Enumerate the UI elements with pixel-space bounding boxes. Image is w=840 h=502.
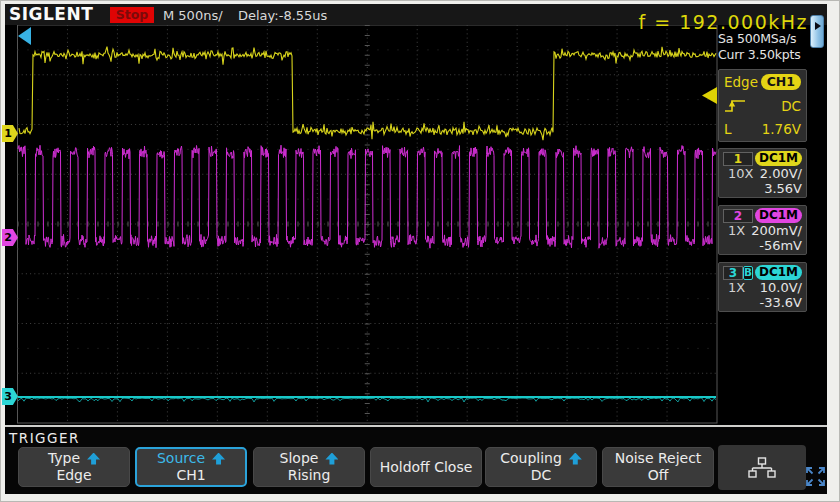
channel-3-probe: 1X bbox=[723, 280, 745, 295]
lan-network-icon bbox=[748, 457, 776, 479]
channel-2-info-box[interactable]: 2 DC1M 1X 200mV/ -56mV bbox=[718, 205, 807, 255]
softkey-coupling-label: Coupling bbox=[500, 450, 562, 467]
softkey-holdoff-label: Holdoff Close bbox=[380, 459, 473, 476]
channel-1-number: 1 bbox=[723, 152, 753, 166]
network-status-button[interactable] bbox=[718, 445, 806, 490]
acquisition-state-badge: Stop bbox=[110, 7, 154, 23]
channel-3-number: 3 bbox=[723, 266, 743, 280]
timebase-readout: M 500ns/ bbox=[163, 8, 223, 23]
channel-2-scale: 200mV/ bbox=[751, 223, 802, 238]
up-arrow-icon bbox=[569, 453, 582, 465]
trigger-level-prefix: L bbox=[724, 121, 732, 137]
trigger-source-badge: CH1 bbox=[761, 74, 801, 90]
channel-3-bus-badge: B bbox=[743, 266, 753, 280]
channel-1-probe: 10X bbox=[723, 166, 753, 181]
memory-depth-readout: Curr 3.50kpts bbox=[718, 47, 801, 62]
trigger-coupling-label: DC bbox=[781, 98, 801, 114]
softkey-type-button[interactable]: Type Edge bbox=[18, 447, 130, 487]
softkey-slope-value: Rising bbox=[288, 467, 331, 484]
up-arrow-icon bbox=[325, 453, 338, 465]
sample-rate-readout: Sa 500MSa/s bbox=[718, 31, 796, 46]
oscilloscope-frame: SIGLENT Stop M 500ns/ Delay:-8.55us f = … bbox=[0, 0, 840, 502]
softkey-type-value: Edge bbox=[56, 467, 91, 484]
channel-2-probe: 1X bbox=[723, 223, 745, 238]
softkey-slope-label: Slope bbox=[280, 450, 319, 467]
up-arrow-icon bbox=[212, 453, 225, 465]
brand-logo: SIGLENT bbox=[9, 4, 93, 24]
softkey-source-label: Source bbox=[157, 450, 205, 467]
rising-edge-icon bbox=[724, 98, 746, 113]
channel-1-offset: 3.56V bbox=[764, 181, 802, 196]
oscilloscope-screen bbox=[5, 4, 827, 494]
channel-3-info-box[interactable]: 3 B DC1M 1X 10.0V/ -33.6V bbox=[718, 262, 807, 312]
channel-2-coupling-badge: DC1M bbox=[755, 208, 802, 223]
trigger-type-label: Edge bbox=[724, 74, 758, 90]
frequency-counter: f = 192.000kHz bbox=[638, 11, 808, 33]
trigger-level-value: 1.76V bbox=[762, 121, 801, 137]
softkey-holdoff-button[interactable]: Holdoff Close bbox=[370, 447, 482, 487]
softkey-type-label: Type bbox=[48, 450, 80, 467]
softkey-noise-reject-label: Noise Reject bbox=[615, 450, 702, 467]
softkey-slope-button[interactable]: Slope Rising bbox=[253, 447, 365, 487]
menu-separator bbox=[5, 425, 827, 427]
channel-3-scale: 10.0V/ bbox=[760, 280, 802, 295]
scrollbar-arrow-icon bbox=[815, 22, 821, 30]
channel-1-info-box[interactable]: 1 DC1M 10X 2.00V/ 3.56V bbox=[718, 148, 807, 198]
channel-1-coupling-badge: DC1M bbox=[755, 151, 802, 166]
softkey-source-value: CH1 bbox=[176, 467, 205, 484]
softkey-noise-reject-value: Off bbox=[648, 467, 669, 484]
menu-title: TRIGGER bbox=[9, 430, 80, 446]
channel-3-offset: -33.6V bbox=[759, 295, 802, 310]
channel-2-offset: -56mV bbox=[759, 238, 802, 253]
trigger-info-box[interactable]: Edge CH1 DC L 1.76V bbox=[718, 69, 807, 142]
up-arrow-icon bbox=[87, 453, 100, 465]
channel-1-scale: 2.00V/ bbox=[760, 166, 802, 181]
softkey-coupling-button[interactable]: Coupling DC bbox=[485, 447, 597, 487]
channel-2-number: 2 bbox=[723, 209, 753, 223]
expand-fullscreen-icon[interactable] bbox=[805, 466, 826, 487]
delay-readout: Delay:-8.55us bbox=[238, 8, 327, 23]
softkey-source-button[interactable]: Source CH1 bbox=[135, 447, 247, 487]
softkey-coupling-value: DC bbox=[531, 467, 552, 484]
channel-3-coupling-badge: DC1M bbox=[755, 265, 802, 280]
menu-scrollbar[interactable] bbox=[810, 15, 824, 48]
softkey-noise-reject-button[interactable]: Noise Reject Off bbox=[602, 447, 714, 487]
